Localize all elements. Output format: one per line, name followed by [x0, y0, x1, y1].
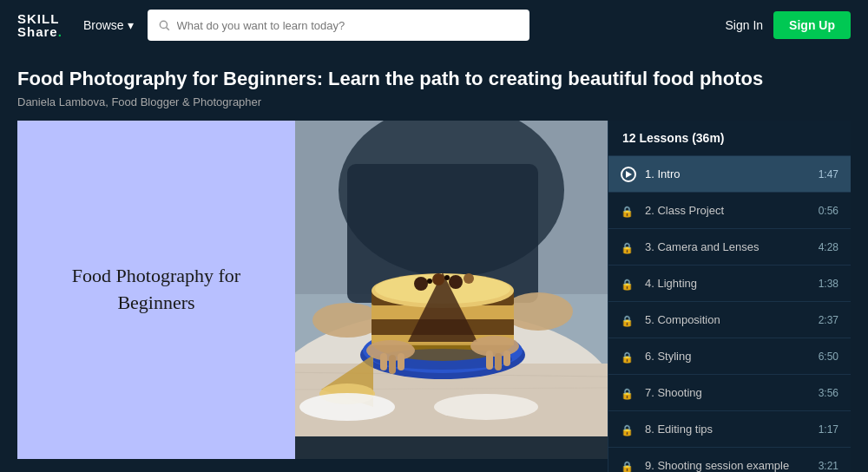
- lock-icon: 🔒: [621, 385, 636, 401]
- svg-rect-39: [503, 351, 510, 366]
- lesson-item[interactable]: 🔒 9. Shooting session example 3:21: [608, 448, 851, 472]
- video-area[interactable]: Food Photography for Beginners: [17, 121, 608, 459]
- svg-point-29: [434, 394, 538, 420]
- lesson-name: 7. Shooting: [645, 386, 812, 399]
- svg-point-25: [464, 273, 474, 284]
- lesson-name: 9. Shooting session example: [645, 459, 812, 472]
- svg-rect-35: [389, 355, 396, 374]
- svg-rect-37: [486, 351, 493, 370]
- search-bar: [148, 10, 529, 41]
- svg-point-26: [427, 279, 432, 284]
- lesson-item[interactable]: 🔒 6. Styling 6:50: [608, 338, 851, 375]
- lesson-time: 3:21: [819, 460, 838, 472]
- play-icon: [621, 167, 636, 182]
- logo-top: SKILL: [17, 12, 62, 25]
- logo: SKILL Share.: [17, 12, 62, 38]
- svg-point-22: [414, 277, 428, 291]
- chevron-down-icon: ▾: [128, 18, 134, 32]
- svg-point-23: [432, 273, 444, 285]
- lesson-name: 3. Camera and Lenses: [645, 240, 812, 253]
- svg-rect-36: [398, 353, 404, 370]
- lesson-time: 6:50: [819, 351, 838, 363]
- lesson-name: 1. Intro: [645, 167, 812, 180]
- lesson-name: 8. Editing tips: [645, 423, 812, 436]
- lesson-time: 4:28: [819, 241, 838, 253]
- course-title: Food Photography for Beginners: Learn th…: [17, 68, 851, 90]
- content-area: Food Photography for Beginners: Learn th…: [0, 50, 868, 472]
- lesson-time: 3:56: [819, 387, 838, 399]
- lesson-item[interactable]: 🔒 3. Camera and Lenses 4:28: [608, 229, 851, 266]
- lock-icon: 🔒: [621, 276, 636, 292]
- search-input[interactable]: [177, 19, 519, 32]
- svg-line-1: [166, 28, 168, 30]
- nav-right: Sign In Sign Up: [726, 11, 851, 39]
- lesson-panel: 12 Lessons (36m) 1. Intro 1:47 🔒 2. Clas…: [608, 121, 851, 472]
- sign-in-button[interactable]: Sign In: [726, 18, 764, 32]
- lesson-name: 2. Class Project: [645, 204, 812, 217]
- lesson-time: 1:17: [819, 423, 838, 436]
- svg-rect-34: [380, 353, 387, 370]
- svg-point-27: [444, 275, 450, 280]
- lock-icon: 🔒: [621, 239, 636, 255]
- lock-icon: 🔒: [621, 458, 636, 473]
- svg-point-0: [160, 21, 167, 28]
- navigation: SKILL Share. Browse ▾ Sign In Sign Up: [0, 0, 868, 50]
- lesson-list: 1. Intro 1:47 🔒 2. Class Project 0:56 🔒 …: [608, 156, 851, 472]
- lock-icon: 🔒: [621, 422, 636, 437]
- svg-rect-38: [495, 353, 502, 370]
- browse-button[interactable]: Browse ▾: [83, 18, 134, 32]
- svg-point-31: [299, 393, 395, 421]
- lock-icon: 🔒: [621, 312, 636, 328]
- lesson-item[interactable]: 🔒 2. Class Project 0:56: [608, 193, 851, 229]
- video-thumbnail-right: [278, 121, 608, 459]
- logo-bottom: Share.: [17, 25, 62, 38]
- sign-up-button[interactable]: Sign Up: [773, 11, 851, 39]
- main-layout: Food Photography for Beginners: [17, 121, 851, 472]
- lesson-time: 1:47: [819, 168, 838, 180]
- lessons-header: 12 Lessons (36m): [608, 121, 851, 156]
- lesson-name: 4. Lighting: [645, 277, 812, 290]
- search-icon: [158, 19, 170, 31]
- svg-point-33: [470, 336, 519, 357]
- lock-icon: 🔒: [621, 349, 636, 364]
- course-author: Daniela Lambova, Food Blogger & Photogra…: [17, 95, 851, 108]
- lesson-item[interactable]: 🔒 7. Shooting 3:56: [608, 375, 851, 411]
- lesson-item[interactable]: 🔒 8. Editing tips 1:17: [608, 411, 851, 448]
- svg-point-24: [449, 275, 463, 289]
- lesson-item[interactable]: 1. Intro 1:47: [608, 156, 851, 193]
- lesson-name: 6. Styling: [645, 350, 812, 363]
- video-thumbnail-left: Food Photography for Beginners: [17, 121, 295, 459]
- lesson-time: 0:56: [819, 205, 838, 217]
- logo-dot: .: [58, 24, 62, 39]
- lesson-name: 5. Composition: [645, 313, 812, 326]
- video-title-text: Food Photography for Beginners: [17, 246, 295, 334]
- cake-image: [278, 121, 608, 459]
- lesson-item[interactable]: 🔒 4. Lighting 1:38: [608, 266, 851, 302]
- lesson-time: 1:38: [819, 278, 838, 290]
- lesson-time: 2:37: [819, 314, 838, 326]
- lock-icon: 🔒: [621, 203, 636, 219]
- lesson-item[interactable]: 🔒 5. Composition 2:37: [608, 302, 851, 338]
